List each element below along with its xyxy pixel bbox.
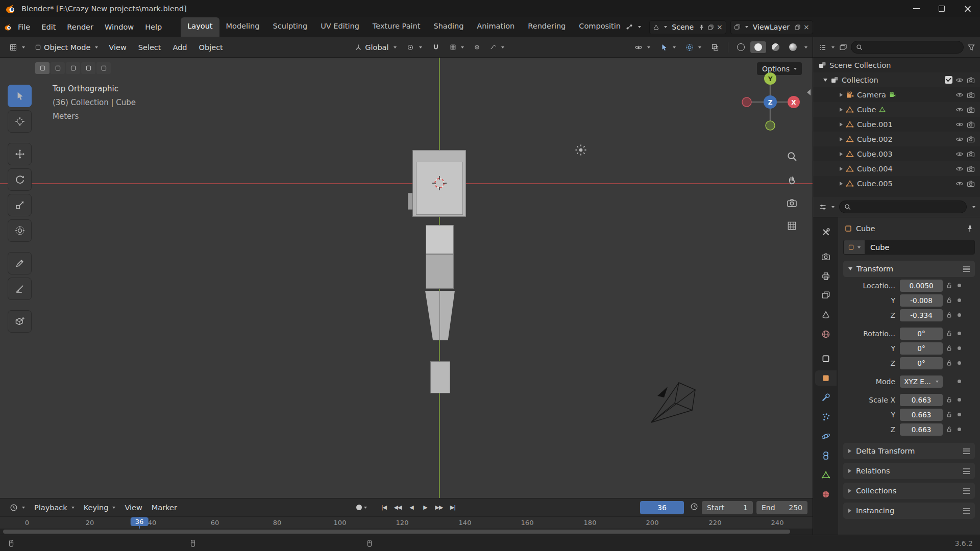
animate-dot[interactable] xyxy=(958,284,961,287)
menu-add[interactable]: Add xyxy=(168,41,192,54)
model-torso-upper[interactable] xyxy=(426,225,454,254)
menu-object[interactable]: Object xyxy=(194,41,228,54)
render-camera-icon[interactable] xyxy=(967,120,975,129)
timeline-scrollbar[interactable] xyxy=(0,529,813,535)
tab-particles[interactable] xyxy=(815,409,837,424)
expand-icon[interactable] xyxy=(840,152,843,156)
navigation-gizmo[interactable]: Y X Z xyxy=(740,72,800,132)
tool-cursor[interactable] xyxy=(8,110,32,133)
outliner-row-cube-001[interactable]: Cube.001 xyxy=(813,117,980,132)
eye-icon[interactable] xyxy=(955,76,964,84)
eye-icon[interactable] xyxy=(955,120,964,129)
play-reverse-button[interactable]: ◀ xyxy=(404,502,418,514)
maximize-button[interactable] xyxy=(929,0,954,17)
render-camera-icon[interactable] xyxy=(967,106,975,114)
previous-keyframe-button[interactable]: ◀◀ xyxy=(390,502,404,514)
animate-dot[interactable] xyxy=(958,313,961,317)
expand-icon[interactable] xyxy=(840,167,843,171)
properties-search-input[interactable] xyxy=(839,201,967,213)
menu-window[interactable]: Window xyxy=(99,20,139,34)
render-camera-icon[interactable] xyxy=(967,91,975,99)
menu-view[interactable]: View xyxy=(120,501,146,514)
model-torso-lower[interactable] xyxy=(426,254,454,289)
camera-view-button[interactable] xyxy=(784,195,799,210)
eye-icon[interactable] xyxy=(955,150,964,158)
workspace-tab-uv-editing[interactable]: UV Editing xyxy=(314,17,366,37)
frame-start-field[interactable]: Start1 xyxy=(702,501,753,514)
outliner-editor-type-selector[interactable] xyxy=(818,41,836,54)
display-mode-icon[interactable] xyxy=(839,43,847,52)
shading-material-button[interactable] xyxy=(768,41,783,53)
gizmo-negative-y-ball[interactable] xyxy=(766,121,775,130)
tool-transform[interactable] xyxy=(8,219,32,242)
lock-icon[interactable] xyxy=(946,345,952,352)
select-mode-new-button[interactable] xyxy=(35,62,50,74)
outliner-row-cube-002[interactable]: Cube.002 xyxy=(813,132,980,146)
panel-drag-icon[interactable] xyxy=(963,508,970,514)
workspace-tab-compositing[interactable]: Compositing xyxy=(572,17,621,37)
animate-dot[interactable] xyxy=(958,398,961,402)
outliner-row-cube[interactable]: Cube xyxy=(813,102,980,117)
shading-solid-button[interactable] xyxy=(750,41,766,53)
rotation-x-field[interactable]: 0° xyxy=(900,328,943,340)
scene-name[interactable]: Scene xyxy=(670,23,696,31)
panel-drag-icon[interactable] xyxy=(963,468,970,474)
properties-editor-type-selector[interactable] xyxy=(818,201,836,213)
properties-options-chevron-icon[interactable] xyxy=(972,206,975,208)
lock-icon[interactable] xyxy=(946,411,952,418)
animate-dot[interactable] xyxy=(958,346,961,350)
jump-to-end-button[interactable]: ▶| xyxy=(446,502,459,514)
rotation-y-field[interactable]: 0° xyxy=(900,342,943,355)
mode-selector[interactable]: Object Mode xyxy=(31,41,102,54)
menu-render[interactable]: Render xyxy=(61,20,99,34)
eye-icon[interactable] xyxy=(955,165,964,173)
outliner-row-scene-collection[interactable]: Scene Collection xyxy=(813,58,980,72)
location-z-field[interactable]: -0.334 xyxy=(900,309,943,321)
outliner-row-collection[interactable]: Collection xyxy=(813,72,980,87)
lock-icon[interactable] xyxy=(946,330,952,337)
scale-z-field[interactable]: 0.663 xyxy=(900,423,943,436)
model-foot[interactable] xyxy=(430,361,450,393)
workspace-tab-texture-paint[interactable]: Texture Paint xyxy=(366,17,427,37)
gizmo-negative-x-ball[interactable] xyxy=(742,97,751,107)
location-x-field[interactable]: 0.0050 xyxy=(900,280,943,292)
collection-checkbox[interactable] xyxy=(945,76,952,84)
tab-scene[interactable] xyxy=(815,307,837,322)
object-name-field[interactable]: Cube xyxy=(865,240,975,255)
render-camera-icon[interactable] xyxy=(967,165,975,173)
unlink-scene-icon[interactable]: × xyxy=(717,23,723,31)
select-mode-invert-button[interactable] xyxy=(81,62,95,74)
animate-dot[interactable] xyxy=(958,332,961,335)
playhead-marker[interactable]: 36 xyxy=(131,517,149,526)
menu-keying[interactable]: Keying xyxy=(79,501,120,514)
expand-icon[interactable] xyxy=(840,137,843,141)
close-button[interactable] xyxy=(954,0,980,17)
play-button[interactable]: ▶ xyxy=(418,502,432,514)
rotation-z-field[interactable]: 0° xyxy=(900,357,943,369)
shading-rendered-button[interactable] xyxy=(785,41,801,53)
tab-physics[interactable] xyxy=(815,429,837,444)
workspace-tab-modeling[interactable]: Modeling xyxy=(219,17,266,37)
render-camera-icon[interactable] xyxy=(967,150,975,158)
scene-icon[interactable] xyxy=(653,24,659,31)
location-y-field[interactable]: -0.008 xyxy=(900,294,943,307)
animate-dot[interactable] xyxy=(958,380,961,383)
next-keyframe-button[interactable]: ▶▶ xyxy=(432,502,446,514)
shading-wireframe-button[interactable] xyxy=(733,41,749,53)
lock-icon[interactable] xyxy=(946,282,952,289)
tab-output[interactable] xyxy=(815,268,837,284)
section-instancing[interactable]: Instancing xyxy=(843,503,975,519)
tool-select-box[interactable] xyxy=(8,85,32,107)
workspace-tab-rendering[interactable]: Rendering xyxy=(521,17,572,37)
eye-icon[interactable] xyxy=(955,106,964,114)
animate-dot[interactable] xyxy=(958,298,961,302)
lock-icon[interactable] xyxy=(946,297,952,304)
workspace-add-dropdown[interactable] xyxy=(621,21,645,33)
auto-keying-button[interactable] xyxy=(355,502,369,514)
expand-icon[interactable] xyxy=(840,122,843,127)
pan-hand-button[interactable] xyxy=(784,172,799,187)
menu-edit[interactable]: Edit xyxy=(36,20,61,34)
menu-select[interactable]: Select xyxy=(133,41,166,54)
n-panel-toggle[interactable] xyxy=(807,89,811,95)
eye-icon[interactable] xyxy=(955,91,964,99)
